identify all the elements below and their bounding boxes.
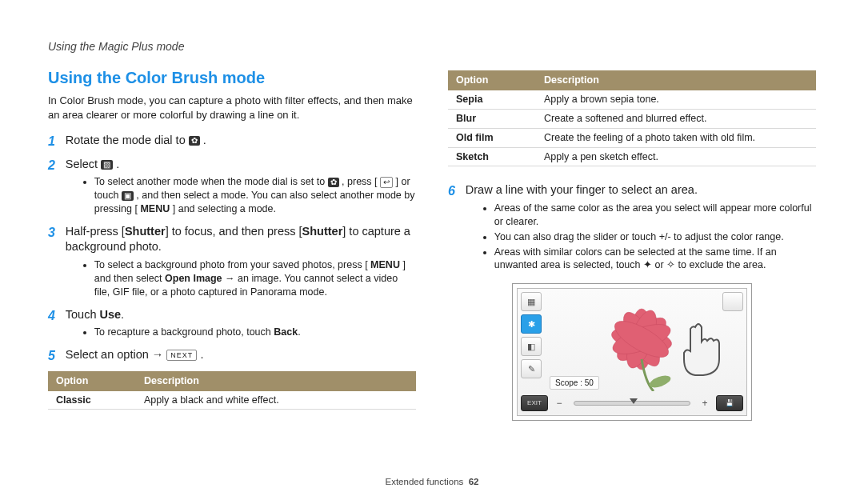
step-2-text-b: .	[116, 158, 119, 170]
exclude-brush-icon-2: ✧	[666, 259, 675, 270]
th-description: Description	[536, 70, 816, 90]
t: .	[298, 326, 300, 338]
tool-button[interactable]: ✎	[521, 359, 542, 378]
opt-desc: Apply a black and white effect.	[136, 391, 416, 410]
th-option: Option	[448, 70, 536, 90]
t: .	[200, 348, 203, 361]
breadcrumb: Using the Magic Plus mode	[48, 40, 816, 53]
step-2: 2 Select ▧ . To select another mode when…	[48, 157, 416, 218]
tool-button[interactable]: ◧	[521, 337, 542, 356]
opt-desc: Apply a pen sketch effect.	[536, 147, 816, 166]
step-number: 6	[448, 182, 462, 200]
scope-label: Scope : 50	[550, 376, 599, 390]
t: Half-press [	[66, 225, 125, 238]
t: Touch	[66, 308, 100, 321]
step-6-lead: Draw a line with your finger to select a…	[466, 183, 698, 196]
table-row: Classic Apply a black and white effect.	[48, 391, 416, 410]
opt-desc: Apply a brown sepia tone.	[536, 90, 816, 109]
step-1-text-b: .	[203, 134, 206, 146]
camera-screenshot: ▦ ✱ ◧ ✎	[512, 283, 752, 421]
preview-thumb[interactable]	[722, 292, 743, 311]
step-3-sub: To select a background photo from your s…	[94, 258, 416, 299]
step-number: 3	[48, 224, 62, 242]
section-heading: Using the Color Brush mode	[48, 67, 416, 89]
t: , press [	[342, 176, 377, 187]
step-6-sub1: Areas of the same color as the area you …	[494, 202, 816, 229]
tool-button-active[interactable]: ✱	[521, 314, 542, 334]
tool-sidebar: ▦ ✱ ◧ ✎	[521, 292, 542, 391]
next-pill: NEXT	[166, 350, 197, 361]
mode-dial-icon: ✿	[328, 178, 339, 187]
scope-slider[interactable]	[574, 401, 690, 406]
footer-section: Extended functions	[385, 477, 463, 486]
step-3: 3 Half-press [Shutter] to focus, and the…	[48, 224, 416, 301]
t: ] to focus, and then press [	[166, 225, 302, 238]
t: or	[654, 259, 666, 270]
right-column: Option Description SepiaApply a brown se…	[448, 67, 816, 421]
step-4-sub: To recapture a background photo, touch B…	[94, 326, 416, 339]
t: .	[121, 308, 124, 321]
opt-name: Old film	[448, 128, 536, 147]
select-mode-icon: ▧	[101, 160, 113, 170]
table-row: SketchApply a pen sketch effect.	[448, 147, 816, 166]
th-option: Option	[48, 371, 136, 391]
t: to exclude the area.	[678, 259, 766, 270]
step-2-sub: To select another mode when the mode dia…	[94, 175, 416, 216]
opt-name: Classic	[48, 391, 136, 410]
exit-button[interactable]: EXIT	[521, 395, 548, 411]
step-number: 1	[48, 133, 62, 150]
mode-dial-icon: ✿	[189, 136, 200, 146]
shutter-label: Shutter	[125, 225, 166, 238]
opt-name: Sepia	[448, 90, 536, 109]
use-label: Use	[100, 308, 122, 321]
tool-button[interactable]: ▦	[521, 292, 542, 311]
table-row: Old filmCreate the feeling of a photo ta…	[448, 128, 816, 147]
t: To recapture a background photo, touch	[94, 326, 274, 338]
footer-page: 62	[469, 477, 479, 486]
page-footer: Extended functions 62	[0, 477, 864, 486]
step-5: 5 Select an option → NEXT .	[48, 347, 416, 365]
opt-desc: Create a softened and blurred effect.	[536, 109, 816, 128]
options-table-right: Option Description SepiaApply a brown se…	[448, 70, 816, 166]
step-6: 6 Draw a line with your finger to select…	[448, 182, 816, 274]
intro-text: In Color Brush mode, you can capture a p…	[48, 94, 416, 122]
step-1-text-a: Rotate the mode dial to	[66, 134, 189, 146]
opt-name: Blur	[448, 109, 536, 128]
step-number: 2	[48, 157, 62, 174]
th-description: Description	[136, 371, 416, 391]
table-row: SepiaApply a brown sepia tone.	[448, 90, 816, 109]
step-4: 4 Touch Use. To recapture a background p…	[48, 307, 416, 341]
minus-button[interactable]: −	[553, 397, 566, 410]
save-button[interactable]: 💾	[716, 395, 743, 411]
t: To select a background photo from your s…	[94, 259, 368, 270]
options-table-left: Option Description Classic Apply a black…	[48, 371, 416, 410]
step-1: 1 Rotate the mode dial to ✿ .	[48, 133, 416, 150]
step-number: 4	[48, 307, 62, 325]
step-6-sub3: Areas with similar colors can be selecte…	[494, 246, 816, 273]
finger-pointer-icon	[679, 321, 724, 377]
t: To select another mode when the mode dia…	[94, 176, 328, 187]
t: Select an option →	[66, 348, 167, 361]
exclude-brush-icon-1: ✦	[643, 259, 652, 270]
step-6-sub2: You can also drag the slider or touch +/…	[494, 230, 816, 244]
plus-button[interactable]: +	[698, 397, 711, 410]
back-arrow-icon: ↩	[380, 177, 393, 188]
touch-icon: ▣	[122, 191, 134, 201]
menu-button-label: MENU	[370, 259, 400, 270]
back-label: Back	[274, 326, 298, 338]
opt-name: Sketch	[448, 147, 536, 166]
shutter-label: Shutter	[302, 225, 343, 238]
open-image-label: Open Image	[165, 273, 222, 284]
opt-desc: Create the feeling of a photo taken with…	[536, 128, 816, 147]
table-row: BlurCreate a softened and blurred effect…	[448, 109, 816, 128]
step-number: 5	[48, 347, 62, 365]
step-2-text-a: Select	[66, 158, 101, 170]
menu-button-label: MENU	[140, 203, 170, 214]
left-column: Using the Color Brush mode In Color Brus…	[48, 67, 416, 421]
t: ] and selecting a mode.	[173, 203, 276, 214]
